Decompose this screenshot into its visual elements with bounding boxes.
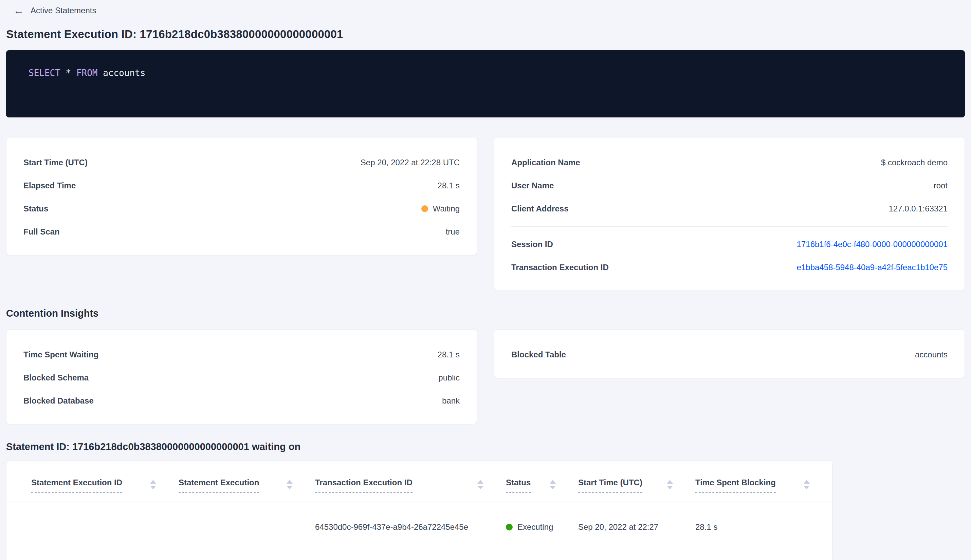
col-header-transaction-execution-id[interactable]: Transaction Execution ID (315, 461, 506, 502)
blocked-database-value: bank (442, 396, 460, 405)
application-name-row: Application Name $ cockroach demo (511, 151, 948, 174)
col-header-label: Statement Execution ID (31, 478, 122, 493)
sort-icon[interactable] (287, 480, 293, 489)
full-scan-row: Full Scan true (23, 220, 460, 243)
user-name-label: User Name (511, 181, 554, 190)
session-details-card: Application Name $ cockroach demo User N… (494, 137, 965, 291)
col-header-statement-execution[interactable]: Statement Execution (179, 461, 315, 502)
blocked-database-row: Blocked Database bank (23, 389, 460, 412)
sql-table-name: accounts (98, 68, 146, 78)
application-name-label: Application Name (511, 158, 580, 167)
sort-icon[interactable] (150, 480, 156, 489)
contention-cards-row: Time Spent Waiting 28.1 s Blocked Schema… (6, 329, 965, 424)
col-header-label: Transaction Execution ID (315, 478, 412, 493)
elapsed-time-row: Elapsed Time 28.1 s (23, 174, 460, 197)
sql-star: * (60, 68, 77, 78)
sort-icon[interactable] (667, 480, 673, 489)
sql-keyword-from: FROM (77, 68, 98, 78)
transaction-execution-id-row: Transaction Execution ID e1bba458-5948-4… (511, 256, 948, 279)
waiting-on-table: Statement Execution ID Statement Executi… (6, 460, 833, 560)
sql-statement-box: SELECT * FROM accounts (6, 50, 965, 117)
transaction-execution-id-label: Transaction Execution ID (511, 263, 609, 272)
status-text: Waiting (433, 204, 460, 213)
col-header-label: Status (506, 478, 531, 493)
status-row: Status Waiting (23, 197, 460, 220)
start-time-row: Start Time (UTC) Sep 20, 2022 at 22:28 U… (23, 151, 460, 174)
status-label: Status (23, 204, 48, 213)
col-header-status[interactable]: Status (506, 461, 578, 502)
blocked-database-label: Blocked Database (23, 396, 94, 405)
col-header-label: Statement Execution (179, 478, 259, 493)
col-header-label: Start Time (UTC) (578, 478, 642, 493)
time-spent-waiting-value: 28.1 s (438, 350, 460, 359)
blocked-table-row: Blocked Table accounts (511, 343, 948, 366)
cell-time-spent-blocking: 28.1 s (695, 502, 832, 552)
executing-status-dot-icon (506, 524, 513, 530)
client-address-value: 127.0.0.1:63321 (889, 204, 948, 213)
page-title: Statement Execution ID: 1716b218dc0b3838… (6, 28, 971, 41)
sort-icon[interactable] (804, 480, 810, 489)
start-time-value: Sep 20, 2022 at 22:28 UTC (360, 158, 460, 167)
status-value: Waiting (421, 204, 460, 213)
contention-left-card: Time Spent Waiting 28.1 s Blocked Schema… (6, 329, 477, 424)
table-header-row: Statement Execution ID Statement Executi… (7, 461, 832, 502)
client-address-row: Client Address 127.0.0.1:63321 (511, 197, 948, 220)
contention-right-card: Blocked Table accounts (494, 329, 965, 378)
sort-icon[interactable] (550, 480, 556, 489)
session-id-link[interactable]: 1716b1f6-4e0c-f480-0000-000000000001 (797, 240, 948, 249)
cell-statement-execution (179, 502, 315, 552)
execution-overview-card: Start Time (UTC) Sep 20, 2022 at 22:28 U… (6, 137, 477, 255)
col-header-label: Time Spent Blocking (695, 478, 776, 493)
waiting-status-dot-icon (421, 205, 428, 212)
sql-statement-text: SELECT * FROM accounts (28, 68, 145, 78)
user-name-value: root (934, 181, 948, 190)
full-scan-value: true (446, 227, 460, 237)
breadcrumb-label: Active Statements (30, 6, 96, 15)
breadcrumb-back-link[interactable]: ← Active Statements (13, 5, 96, 16)
cell-start-time: Sep 20, 2022 at 22:27 (578, 502, 695, 552)
blocked-table-label: Blocked Table (511, 350, 566, 359)
cell-transaction-execution-id: 64530d0c-969f-437e-a9b4-26a72245e45e (315, 502, 506, 552)
elapsed-time-label: Elapsed Time (23, 181, 76, 190)
executing-status: Executing (506, 522, 553, 532)
client-address-label: Client Address (511, 204, 568, 213)
contention-insights-heading: Contention Insights (6, 308, 971, 319)
blocked-table-value: accounts (915, 350, 948, 359)
executing-status-text: Executing (517, 522, 553, 532)
session-id-row: Session ID 1716b1f6-4e0c-f480-0000-00000… (511, 233, 948, 256)
blocked-schema-label: Blocked Schema (23, 373, 88, 382)
session-id-label: Session ID (511, 240, 553, 249)
col-header-start-time[interactable]: Start Time (UTC) (578, 461, 695, 502)
overview-cards-row: Start Time (UTC) Sep 20, 2022 at 22:28 U… (6, 137, 965, 291)
time-spent-waiting-label: Time Spent Waiting (23, 350, 98, 359)
time-spent-waiting-row: Time Spent Waiting 28.1 s (23, 343, 460, 366)
full-scan-label: Full Scan (23, 227, 60, 237)
application-name-value: $ cockroach demo (881, 158, 948, 167)
cell-status: Executing (506, 502, 578, 552)
col-header-time-spent-blocking[interactable]: Time Spent Blocking (695, 461, 832, 502)
user-name-row: User Name root (511, 174, 948, 197)
waiting-on-heading: Statement ID: 1716b218dc0b38380000000000… (6, 441, 971, 452)
blocked-schema-row: Blocked Schema public (23, 366, 460, 389)
blocked-schema-value: public (438, 373, 460, 382)
elapsed-time-value: 28.1 s (438, 181, 460, 190)
cell-statement-execution-id (31, 502, 179, 552)
table-row: 64530d0c-969f-437e-a9b4-26a72245e45e Exe… (7, 502, 832, 552)
col-header-statement-execution-id[interactable]: Statement Execution ID (31, 461, 179, 502)
back-arrow-icon: ← (13, 5, 24, 16)
start-time-label: Start Time (UTC) (23, 158, 88, 167)
sort-icon[interactable] (477, 480, 484, 489)
sql-keyword-select: SELECT (28, 68, 60, 78)
transaction-execution-id-link[interactable]: e1bba458-5948-40a9-a42f-5feac1b10e75 (797, 263, 948, 272)
